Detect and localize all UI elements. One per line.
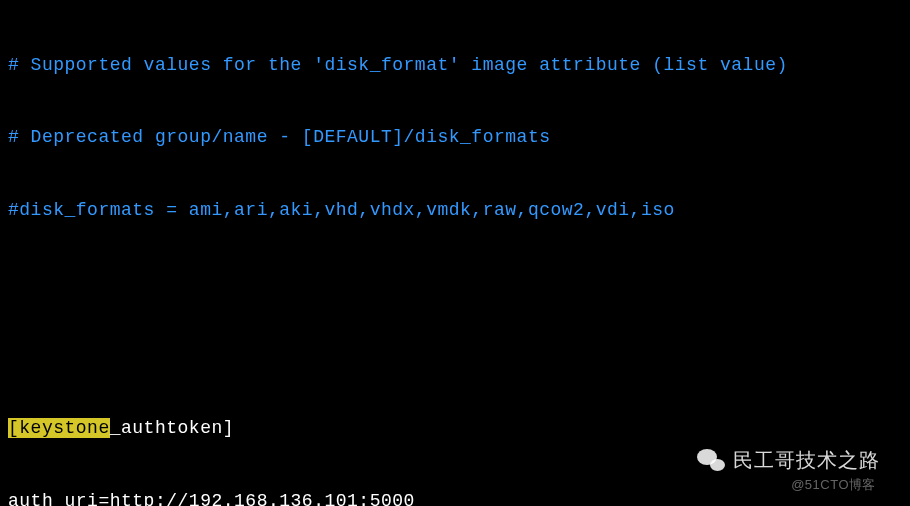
search-highlight: [keystone	[8, 418, 110, 438]
terminal-editor[interactable]: # Supported values for the 'disk_format'…	[0, 0, 910, 506]
comment-line: # Deprecated group/name - [DEFAULT]/disk…	[8, 125, 902, 149]
empty-line	[8, 271, 902, 295]
comment-line: # Supported values for the 'disk_format'…	[8, 53, 902, 77]
watermark: 民工哥技术之路 @51CTO博客	[697, 447, 880, 494]
watermark-subtext: @51CTO博客	[791, 476, 876, 494]
watermark-text: 民工哥技术之路	[733, 447, 880, 474]
section-header: [keystone_authtoken]	[8, 416, 902, 440]
empty-line	[8, 344, 902, 368]
comment-line: #disk_formats = ami,ari,aki,vhd,vhdx,vmd…	[8, 198, 902, 222]
section-header-rest: _authtoken]	[110, 418, 234, 438]
watermark-main: 民工哥技术之路	[697, 447, 880, 474]
wechat-icon	[697, 449, 725, 473]
